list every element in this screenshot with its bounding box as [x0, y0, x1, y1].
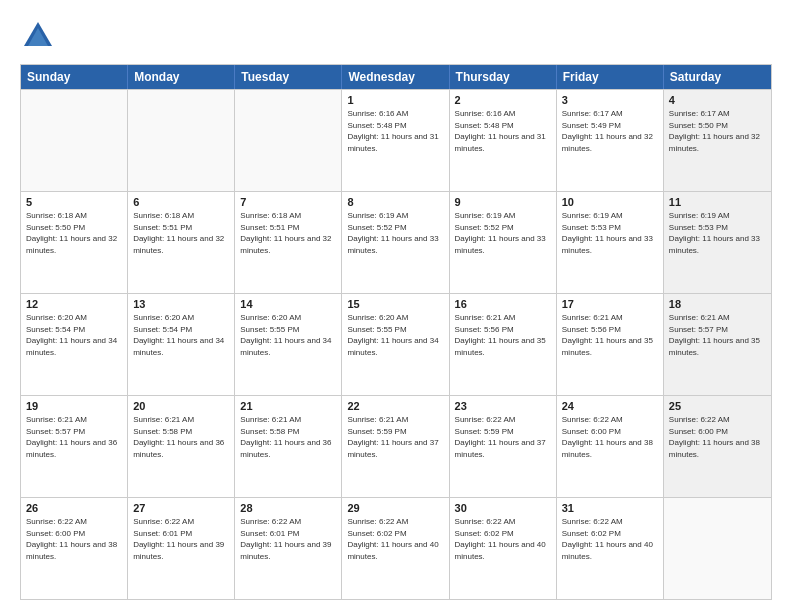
- calendar-cell-6: 6Sunrise: 6:18 AM Sunset: 5:51 PM Daylig…: [128, 192, 235, 293]
- cell-info: Sunrise: 6:21 AM Sunset: 5:57 PM Dayligh…: [26, 414, 122, 460]
- day-number: 10: [562, 196, 658, 208]
- day-number: 1: [347, 94, 443, 106]
- calendar-cell-10: 10Sunrise: 6:19 AM Sunset: 5:53 PM Dayli…: [557, 192, 664, 293]
- day-number: 12: [26, 298, 122, 310]
- calendar-cell-23: 23Sunrise: 6:22 AM Sunset: 5:59 PM Dayli…: [450, 396, 557, 497]
- day-number: 24: [562, 400, 658, 412]
- day-number: 26: [26, 502, 122, 514]
- cell-info: Sunrise: 6:22 AM Sunset: 6:01 PM Dayligh…: [133, 516, 229, 562]
- cell-info: Sunrise: 6:21 AM Sunset: 5:57 PM Dayligh…: [669, 312, 766, 358]
- calendar: SundayMondayTuesdayWednesdayThursdayFrid…: [20, 64, 772, 600]
- cell-info: Sunrise: 6:18 AM Sunset: 5:50 PM Dayligh…: [26, 210, 122, 256]
- day-number: 6: [133, 196, 229, 208]
- cell-info: Sunrise: 6:16 AM Sunset: 5:48 PM Dayligh…: [347, 108, 443, 154]
- weekday-header-sunday: Sunday: [21, 65, 128, 89]
- cell-info: Sunrise: 6:21 AM Sunset: 5:56 PM Dayligh…: [455, 312, 551, 358]
- calendar-cell-8: 8Sunrise: 6:19 AM Sunset: 5:52 PM Daylig…: [342, 192, 449, 293]
- calendar-cell-30: 30Sunrise: 6:22 AM Sunset: 6:02 PM Dayli…: [450, 498, 557, 599]
- calendar-row-4: 26Sunrise: 6:22 AM Sunset: 6:00 PM Dayli…: [21, 497, 771, 599]
- day-number: 16: [455, 298, 551, 310]
- weekday-header-monday: Monday: [128, 65, 235, 89]
- day-number: 29: [347, 502, 443, 514]
- day-number: 23: [455, 400, 551, 412]
- calendar-cell-3: 3Sunrise: 6:17 AM Sunset: 5:49 PM Daylig…: [557, 90, 664, 191]
- calendar-cell-5: 5Sunrise: 6:18 AM Sunset: 5:50 PM Daylig…: [21, 192, 128, 293]
- calendar-cell-26: 26Sunrise: 6:22 AM Sunset: 6:00 PM Dayli…: [21, 498, 128, 599]
- calendar-row-0: 1Sunrise: 6:16 AM Sunset: 5:48 PM Daylig…: [21, 89, 771, 191]
- day-number: 13: [133, 298, 229, 310]
- cell-info: Sunrise: 6:20 AM Sunset: 5:55 PM Dayligh…: [240, 312, 336, 358]
- calendar-cell-11: 11Sunrise: 6:19 AM Sunset: 5:53 PM Dayli…: [664, 192, 771, 293]
- cell-info: Sunrise: 6:22 AM Sunset: 6:01 PM Dayligh…: [240, 516, 336, 562]
- calendar-body: 1Sunrise: 6:16 AM Sunset: 5:48 PM Daylig…: [21, 89, 771, 599]
- day-number: 19: [26, 400, 122, 412]
- cell-info: Sunrise: 6:19 AM Sunset: 5:52 PM Dayligh…: [347, 210, 443, 256]
- day-number: 7: [240, 196, 336, 208]
- calendar-cell-25: 25Sunrise: 6:22 AM Sunset: 6:00 PM Dayli…: [664, 396, 771, 497]
- cell-info: Sunrise: 6:22 AM Sunset: 6:00 PM Dayligh…: [669, 414, 766, 460]
- cell-info: Sunrise: 6:21 AM Sunset: 5:56 PM Dayligh…: [562, 312, 658, 358]
- cell-info: Sunrise: 6:20 AM Sunset: 5:54 PM Dayligh…: [133, 312, 229, 358]
- day-number: 4: [669, 94, 766, 106]
- calendar-cell-22: 22Sunrise: 6:21 AM Sunset: 5:59 PM Dayli…: [342, 396, 449, 497]
- header: [20, 18, 772, 54]
- cell-info: Sunrise: 6:22 AM Sunset: 6:02 PM Dayligh…: [562, 516, 658, 562]
- calendar-cell-19: 19Sunrise: 6:21 AM Sunset: 5:57 PM Dayli…: [21, 396, 128, 497]
- calendar-cell-2: 2Sunrise: 6:16 AM Sunset: 5:48 PM Daylig…: [450, 90, 557, 191]
- day-number: 2: [455, 94, 551, 106]
- cell-info: Sunrise: 6:18 AM Sunset: 5:51 PM Dayligh…: [240, 210, 336, 256]
- day-number: 17: [562, 298, 658, 310]
- calendar-cell-29: 29Sunrise: 6:22 AM Sunset: 6:02 PM Dayli…: [342, 498, 449, 599]
- calendar-row-2: 12Sunrise: 6:20 AM Sunset: 5:54 PM Dayli…: [21, 293, 771, 395]
- calendar-cell-21: 21Sunrise: 6:21 AM Sunset: 5:58 PM Dayli…: [235, 396, 342, 497]
- day-number: 28: [240, 502, 336, 514]
- cell-info: Sunrise: 6:19 AM Sunset: 5:53 PM Dayligh…: [669, 210, 766, 256]
- cell-info: Sunrise: 6:16 AM Sunset: 5:48 PM Dayligh…: [455, 108, 551, 154]
- calendar-cell-empty-0-0: [21, 90, 128, 191]
- cell-info: Sunrise: 6:22 AM Sunset: 6:02 PM Dayligh…: [347, 516, 443, 562]
- cell-info: Sunrise: 6:22 AM Sunset: 6:00 PM Dayligh…: [562, 414, 658, 460]
- calendar-cell-31: 31Sunrise: 6:22 AM Sunset: 6:02 PM Dayli…: [557, 498, 664, 599]
- cell-info: Sunrise: 6:21 AM Sunset: 5:58 PM Dayligh…: [133, 414, 229, 460]
- day-number: 25: [669, 400, 766, 412]
- weekday-header-wednesday: Wednesday: [342, 65, 449, 89]
- calendar-cell-9: 9Sunrise: 6:19 AM Sunset: 5:52 PM Daylig…: [450, 192, 557, 293]
- calendar-cell-14: 14Sunrise: 6:20 AM Sunset: 5:55 PM Dayli…: [235, 294, 342, 395]
- calendar-cell-15: 15Sunrise: 6:20 AM Sunset: 5:55 PM Dayli…: [342, 294, 449, 395]
- page: SundayMondayTuesdayWednesdayThursdayFrid…: [0, 0, 792, 612]
- day-number: 8: [347, 196, 443, 208]
- cell-info: Sunrise: 6:22 AM Sunset: 6:00 PM Dayligh…: [26, 516, 122, 562]
- weekday-header-thursday: Thursday: [450, 65, 557, 89]
- day-number: 9: [455, 196, 551, 208]
- day-number: 27: [133, 502, 229, 514]
- cell-info: Sunrise: 6:21 AM Sunset: 5:59 PM Dayligh…: [347, 414, 443, 460]
- day-number: 22: [347, 400, 443, 412]
- weekday-header-saturday: Saturday: [664, 65, 771, 89]
- cell-info: Sunrise: 6:22 AM Sunset: 5:59 PM Dayligh…: [455, 414, 551, 460]
- cell-info: Sunrise: 6:21 AM Sunset: 5:58 PM Dayligh…: [240, 414, 336, 460]
- calendar-cell-7: 7Sunrise: 6:18 AM Sunset: 5:51 PM Daylig…: [235, 192, 342, 293]
- calendar-cell-18: 18Sunrise: 6:21 AM Sunset: 5:57 PM Dayli…: [664, 294, 771, 395]
- day-number: 18: [669, 298, 766, 310]
- calendar-cell-20: 20Sunrise: 6:21 AM Sunset: 5:58 PM Dayli…: [128, 396, 235, 497]
- cell-info: Sunrise: 6:20 AM Sunset: 5:54 PM Dayligh…: [26, 312, 122, 358]
- calendar-cell-16: 16Sunrise: 6:21 AM Sunset: 5:56 PM Dayli…: [450, 294, 557, 395]
- cell-info: Sunrise: 6:20 AM Sunset: 5:55 PM Dayligh…: [347, 312, 443, 358]
- calendar-cell-27: 27Sunrise: 6:22 AM Sunset: 6:01 PM Dayli…: [128, 498, 235, 599]
- calendar-cell-28: 28Sunrise: 6:22 AM Sunset: 6:01 PM Dayli…: [235, 498, 342, 599]
- day-number: 21: [240, 400, 336, 412]
- calendar-cell-1: 1Sunrise: 6:16 AM Sunset: 5:48 PM Daylig…: [342, 90, 449, 191]
- calendar-cell-24: 24Sunrise: 6:22 AM Sunset: 6:00 PM Dayli…: [557, 396, 664, 497]
- logo-icon: [20, 18, 56, 54]
- day-number: 11: [669, 196, 766, 208]
- cell-info: Sunrise: 6:18 AM Sunset: 5:51 PM Dayligh…: [133, 210, 229, 256]
- calendar-cell-empty-4-6: [664, 498, 771, 599]
- day-number: 15: [347, 298, 443, 310]
- calendar-row-1: 5Sunrise: 6:18 AM Sunset: 5:50 PM Daylig…: [21, 191, 771, 293]
- calendar-cell-4: 4Sunrise: 6:17 AM Sunset: 5:50 PM Daylig…: [664, 90, 771, 191]
- calendar-cell-17: 17Sunrise: 6:21 AM Sunset: 5:56 PM Dayli…: [557, 294, 664, 395]
- day-number: 5: [26, 196, 122, 208]
- cell-info: Sunrise: 6:22 AM Sunset: 6:02 PM Dayligh…: [455, 516, 551, 562]
- calendar-cell-empty-0-1: [128, 90, 235, 191]
- day-number: 31: [562, 502, 658, 514]
